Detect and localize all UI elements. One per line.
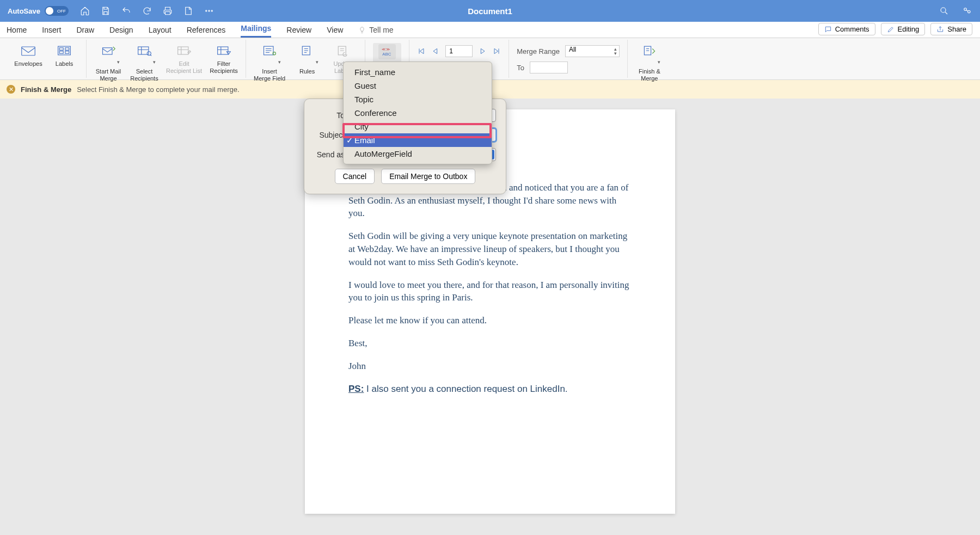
merge-range-label: Merge Range [517, 47, 560, 56]
to-label: To [517, 64, 524, 72]
rules-button[interactable]: ▾Rules [293, 43, 321, 75]
doc-paragraph: Please let me know if you can attend. [348, 314, 632, 327]
dropdown-item[interactable]: Topic [344, 93, 492, 106]
doc-paragraph: Best, [348, 337, 632, 350]
autosave-state: OFF [57, 9, 66, 14]
svg-rect-12 [103, 48, 113, 54]
dropdown-item[interactable]: First_name [344, 65, 492, 79]
svg-rect-15 [178, 47, 188, 54]
info-message: Select Finish & Merge to complete your m… [77, 85, 239, 94]
print-icon[interactable] [162, 5, 173, 16]
svg-rect-6 [22, 47, 35, 56]
doc-paragraph: Seth Godin will be giving a very unique … [348, 230, 632, 268]
bulb-icon [358, 26, 366, 34]
tell-me[interactable]: Tell me [358, 26, 393, 38]
more-icon[interactable] [204, 5, 215, 16]
svg-rect-9 [65, 48, 69, 50]
svg-text:≪ ≫: ≪ ≫ [382, 47, 390, 51]
share-icon [936, 26, 944, 33]
last-record-icon[interactable] [492, 47, 501, 56]
titlebar: AutoSave OFF Document1 [0, 0, 980, 22]
tab-mailings[interactable]: Mailings [241, 24, 271, 38]
save-icon[interactable] [100, 5, 111, 16]
modal-subject-label: Subject: [314, 131, 347, 139]
dropdown-item-selected[interactable]: Email [344, 133, 492, 147]
cancel-button[interactable]: Cancel [335, 169, 375, 184]
ps-text: I also sent you a connection request on … [364, 384, 567, 394]
redo-icon[interactable] [142, 5, 152, 16]
comments-button[interactable]: Comments [818, 23, 875, 35]
svg-point-0 [206, 10, 207, 11]
svg-text:ABC: ABC [382, 52, 391, 57]
tab-home[interactable]: Home [7, 26, 27, 38]
autosave-knob [46, 7, 53, 15]
svg-rect-16 [218, 47, 228, 54]
dropdown-item[interactable]: AutoMergeField [344, 147, 492, 161]
edit-recipient-list-button: Edit Recipient List [166, 43, 202, 74]
ribbon-tabs: Home Insert Draw Design Layout Reference… [0, 22, 980, 38]
svg-point-1 [209, 10, 210, 11]
svg-point-2 [211, 10, 212, 11]
first-record-icon[interactable] [417, 47, 426, 56]
dropdown-item[interactable]: Conference [344, 106, 492, 120]
template-icon[interactable] [183, 5, 194, 16]
labels-button[interactable]: Labels [50, 43, 78, 67]
modal-to-label: To: [314, 111, 347, 120]
doc-paragraph: I would love to meet you there, and for … [348, 279, 632, 305]
svg-rect-10 [59, 51, 63, 53]
doc-paragraph: PS: I also sent you a connection request… [348, 383, 632, 396]
editing-button[interactable]: Editing [881, 23, 926, 35]
share-titlebar-icon[interactable] [961, 5, 972, 16]
to-input[interactable] [530, 62, 568, 73]
start-mail-merge-button[interactable]: ▾Start Mail Merge [94, 43, 122, 82]
autosave-toggle[interactable]: OFF [45, 6, 69, 16]
svg-rect-8 [59, 48, 63, 50]
titlebar-quick-icons [79, 5, 215, 16]
svg-rect-11 [65, 51, 69, 53]
record-number-input[interactable] [445, 45, 473, 57]
finish-merge-button[interactable]: ▾Finish & Merge [635, 43, 664, 82]
autosave-label: AutoSave [8, 7, 40, 15]
next-record-icon[interactable] [478, 47, 487, 56]
doc-paragraph: John [348, 360, 632, 373]
pencil-icon [887, 26, 895, 33]
comment-icon [824, 26, 832, 33]
tab-insert[interactable]: Insert [42, 26, 61, 38]
svg-point-3 [941, 8, 946, 13]
tab-review[interactable]: Review [286, 26, 311, 38]
envelopes-button[interactable]: Envelopes [14, 43, 42, 67]
search-icon[interactable] [939, 5, 950, 16]
info-title: Finish & Merge [21, 85, 71, 94]
tab-design[interactable]: Design [109, 26, 133, 38]
share-button[interactable]: Share [930, 23, 972, 35]
undo-icon[interactable] [121, 5, 132, 16]
filter-recipients-button[interactable]: Filter Recipients [210, 43, 238, 74]
dropdown-item[interactable]: Guest [344, 79, 492, 93]
modal-sendas-label: Send as: [314, 150, 347, 159]
email-merge-button[interactable]: Email Merge to Outbox [381, 169, 475, 184]
insert-merge-field-button[interactable]: ▾Insert Merge Field [254, 43, 285, 82]
merge-range-select[interactable]: All▴▾ [565, 45, 620, 57]
select-recipients-button[interactable]: ▾Select Recipients [130, 43, 158, 82]
prev-record-icon[interactable] [431, 47, 440, 56]
info-close-icon[interactable]: ✕ [7, 85, 15, 94]
dropdown-item[interactable]: City [344, 120, 492, 133]
document-title: Document1 [468, 7, 512, 16]
tab-references[interactable]: References [187, 26, 226, 38]
tell-me-label: Tell me [369, 26, 393, 34]
tab-layout[interactable]: Layout [149, 26, 171, 38]
tab-draw[interactable]: Draw [76, 26, 94, 38]
ps-label: PS: [348, 384, 364, 394]
tab-view[interactable]: View [327, 26, 343, 38]
to-field-dropdown: First_name Guest Topic Conference City E… [343, 62, 492, 164]
svg-point-5 [968, 10, 971, 13]
home-icon[interactable] [79, 5, 90, 16]
